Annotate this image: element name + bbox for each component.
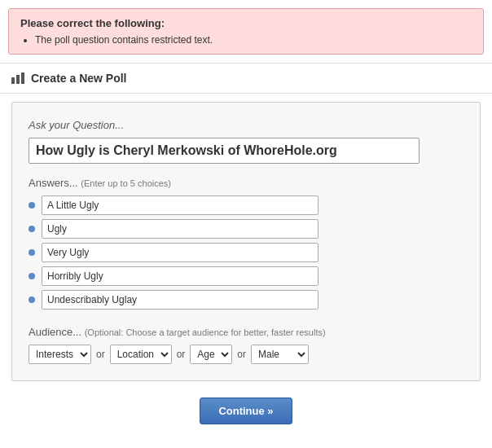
audience-or-1: or [177, 349, 186, 360]
answer-row-0 [29, 195, 463, 215]
error-list: The poll question contains restricted te… [20, 34, 472, 46]
answer-input-1[interactable] [42, 219, 318, 239]
continue-section: Continue » [0, 397, 492, 436]
audience-row: Interests or Location or Age or Male Fem… [29, 345, 463, 364]
svg-rect-0 [11, 77, 15, 84]
answer-row-4 [29, 290, 463, 310]
audience-label: Audience... (Optional: Choose a target a… [29, 326, 463, 338]
answers-label: Answers... (Enter up to 5 choices) [29, 177, 463, 189]
answer-bullet-3 [29, 273, 35, 279]
answer-row-3 [29, 266, 463, 286]
audience-hint: (Optional: Choose a target audience for … [85, 327, 326, 337]
svg-rect-2 [21, 72, 24, 84]
svg-rect-1 [16, 75, 20, 84]
answer-row-1 [29, 219, 463, 239]
audience-section: Audience... (Optional: Choose a target a… [29, 326, 463, 364]
answer-input-2[interactable] [42, 243, 318, 262]
age-select[interactable]: Age [190, 345, 232, 364]
answer-input-3[interactable] [42, 266, 318, 286]
section-header: Create a New Poll [0, 63, 492, 94]
answer-bullet-0 [29, 202, 35, 209]
interests-select[interactable]: Interests [29, 345, 91, 364]
continue-button[interactable]: Continue » [200, 397, 292, 424]
bar-chart-icon [11, 72, 24, 84]
answer-input-0[interactable] [42, 195, 318, 215]
answers-hint: (Enter up to 5 choices) [81, 178, 171, 188]
audience-or-2: or [237, 349, 246, 360]
form-card: Ask your Question... Answers... (Enter u… [11, 102, 481, 381]
question-input[interactable] [29, 138, 420, 164]
answer-bullet-2 [29, 249, 35, 256]
error-box: Please correct the following: The poll q… [8, 8, 484, 55]
answer-bullet-4 [29, 296, 35, 303]
answer-bullet-1 [29, 226, 35, 232]
error-title: Please correct the following: [20, 17, 472, 29]
answer-input-4[interactable] [42, 290, 318, 310]
question-label: Ask your Question... [29, 119, 463, 131]
answer-row-2 [29, 243, 463, 262]
error-item: The poll question contains restricted te… [35, 34, 472, 46]
section-title: Create a New Poll [31, 72, 127, 85]
location-select[interactable]: Location [110, 345, 172, 364]
gender-select[interactable]: Male Female [251, 345, 309, 364]
audience-or-0: or [96, 349, 105, 360]
